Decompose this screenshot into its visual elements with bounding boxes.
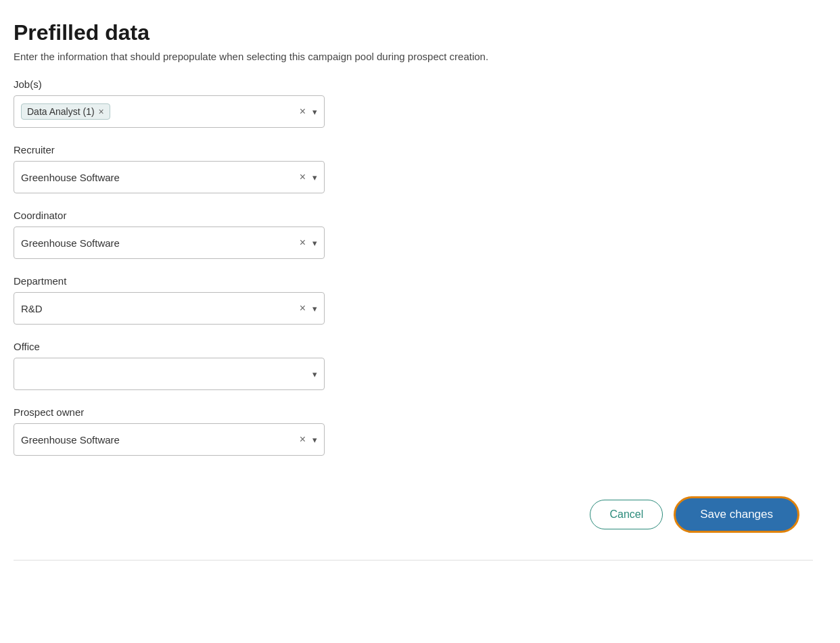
- coordinator-select-actions: × ▾: [300, 237, 317, 248]
- coordinator-select-content: Greenhouse Software: [21, 237, 294, 249]
- recruiter-select-actions: × ▾: [300, 172, 317, 183]
- department-select-content: R&D: [21, 303, 294, 314]
- prospect-owner-select-actions: × ▾: [300, 434, 317, 445]
- recruiter-arrow-icon[interactable]: ▾: [312, 172, 317, 183]
- recruiter-select-content: Greenhouse Software: [21, 172, 294, 183]
- office-field-group: Office ▾: [14, 341, 813, 390]
- recruiter-select[interactable]: Greenhouse Software × ▾: [14, 161, 325, 193]
- prospect-owner-select[interactable]: Greenhouse Software × ▾: [14, 423, 325, 456]
- save-changes-button[interactable]: Save changes: [674, 496, 799, 533]
- jobs-tag-remove-icon[interactable]: ×: [99, 107, 104, 116]
- department-field-group: Department R&D × ▾: [14, 275, 813, 325]
- prospect-owner-select-content: Greenhouse Software: [21, 434, 294, 446]
- prospect-owner-label: Prospect owner: [14, 406, 813, 418]
- coordinator-label: Coordinator: [14, 210, 813, 221]
- page-title: Prefilled data: [14, 20, 813, 45]
- recruiter-value: Greenhouse Software: [21, 172, 294, 183]
- office-select[interactable]: ▾: [14, 358, 325, 390]
- jobs-tag-chip: Data Analyst (1) ×: [21, 103, 110, 120]
- office-label: Office: [14, 341, 813, 352]
- coordinator-select[interactable]: Greenhouse Software × ▾: [14, 227, 325, 259]
- jobs-clear-icon[interactable]: ×: [300, 106, 306, 117]
- jobs-select-content: Data Analyst (1) ×: [21, 103, 294, 120]
- jobs-field-group: Job(s) Data Analyst (1) × × ▾: [14, 78, 813, 128]
- department-value: R&D: [21, 303, 294, 314]
- jobs-select-actions: × ▾: [300, 106, 317, 117]
- prospect-owner-value: Greenhouse Software: [21, 434, 294, 446]
- jobs-label: Job(s): [14, 78, 813, 90]
- cancel-button[interactable]: Cancel: [590, 500, 663, 529]
- coordinator-field-group: Coordinator Greenhouse Software × ▾: [14, 210, 813, 259]
- prospect-owner-arrow-icon[interactable]: ▾: [312, 435, 317, 445]
- department-arrow-icon[interactable]: ▾: [312, 304, 317, 314]
- office-select-actions: ▾: [312, 369, 317, 379]
- coordinator-value: Greenhouse Software: [21, 237, 294, 249]
- jobs-tag-label: Data Analyst (1): [27, 106, 95, 117]
- page-subtitle: Enter the information that should prepop…: [14, 51, 813, 62]
- coordinator-clear-icon[interactable]: ×: [300, 237, 306, 248]
- recruiter-label: Recruiter: [14, 144, 813, 156]
- department-select[interactable]: R&D × ▾: [14, 292, 325, 325]
- department-clear-icon[interactable]: ×: [300, 303, 306, 314]
- office-arrow-icon[interactable]: ▾: [312, 369, 317, 379]
- coordinator-arrow-icon[interactable]: ▾: [312, 238, 317, 248]
- department-select-actions: × ▾: [300, 303, 317, 314]
- department-label: Department: [14, 275, 813, 287]
- prospect-owner-clear-icon[interactable]: ×: [300, 434, 306, 445]
- prospect-owner-field-group: Prospect owner Greenhouse Software × ▾: [14, 406, 813, 456]
- footer-actions: Cancel Save changes: [14, 496, 813, 533]
- jobs-arrow-icon[interactable]: ▾: [312, 107, 317, 117]
- bottom-divider: [14, 560, 813, 561]
- recruiter-field-group: Recruiter Greenhouse Software × ▾: [14, 144, 813, 193]
- recruiter-clear-icon[interactable]: ×: [300, 172, 306, 183]
- jobs-select[interactable]: Data Analyst (1) × × ▾: [14, 95, 325, 128]
